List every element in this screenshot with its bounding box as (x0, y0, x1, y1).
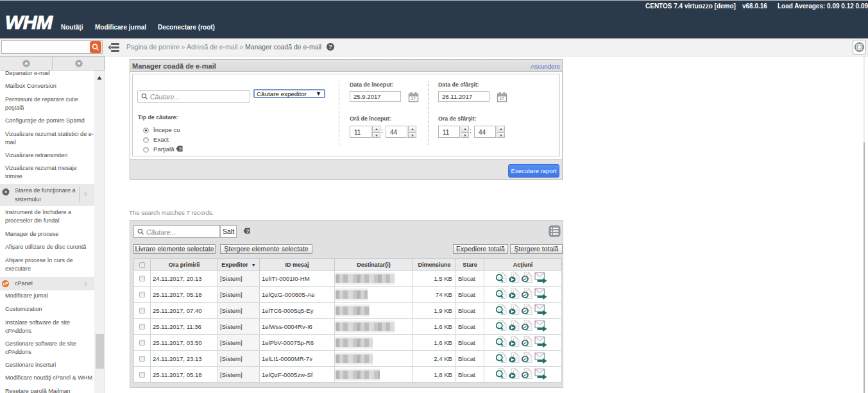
svg-text:?: ? (179, 146, 182, 152)
svg-text:17: 17 (500, 96, 505, 101)
svg-text:cP: cP (3, 281, 9, 286)
svg-text:?: ? (246, 228, 250, 234)
svg-text:17: 17 (411, 96, 416, 101)
